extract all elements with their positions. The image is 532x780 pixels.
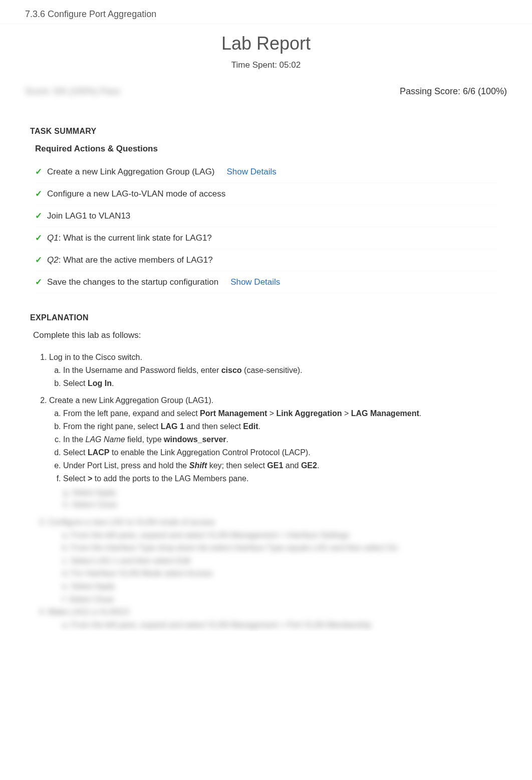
task-summary-heading: TASK SUMMARY: [0, 127, 532, 136]
task-text: Configure a new LAG-to-VLAN mode of acce…: [47, 189, 225, 199]
check-icon: ✓: [35, 211, 42, 221]
task-text: Q2: What are the active members of LAG1?: [47, 255, 213, 265]
task-item: ✓ Create a new Link Aggregation Group (L…: [35, 161, 497, 183]
task-item: ✓ Save the changes to the startup config…: [35, 271, 497, 293]
explanation-heading: EXPLANATION: [30, 313, 502, 322]
check-icon: ✓: [35, 188, 42, 199]
blurred-content: g. Select Apply h. Select Close: [49, 487, 502, 511]
time-spent: Time Spent: 05:02: [0, 60, 532, 70]
task-item: ✓ Join LAG1 to VLAN13: [35, 205, 497, 227]
blurred-remaining: 3. Configure a new LAG to VLAN mode of a…: [30, 516, 502, 631]
required-actions-heading: Required Actions & Questions: [0, 144, 532, 154]
show-details-link[interactable]: Show Details: [230, 277, 280, 287]
passing-score: Passing Score: 6/6 (100%): [400, 86, 507, 97]
step-item: Log in to the Cisco switch. In the Usern…: [49, 351, 502, 389]
sub-item: Select Log In.: [63, 377, 502, 389]
step-item: Create a new Link Aggregation Group (LAG…: [49, 395, 502, 511]
sub-item: From the left pane, expand and select Po…: [63, 408, 502, 420]
sub-item: In the Username and Password fields, ent…: [63, 364, 502, 376]
task-item: ✓ Q1: What is the current link state for…: [35, 227, 497, 249]
check-icon: ✓: [35, 233, 42, 243]
sub-item: From the right pane, select LAG 1 and th…: [63, 421, 502, 433]
report-title: Lab Report: [0, 33, 532, 54]
sub-list: From the left pane, expand and select Po…: [49, 408, 502, 485]
task-item: ✓ Configure a new LAG-to-VLAN mode of ac…: [35, 183, 497, 205]
show-details-link[interactable]: Show Details: [227, 167, 277, 177]
step-list: Log in to the Cisco switch. In the Usern…: [30, 351, 502, 511]
check-icon: ✓: [35, 166, 42, 177]
task-text: Create a new Link Aggregation Group (LAG…: [47, 167, 215, 177]
score-obscured: Score: 6/6 (100%) Pass: [25, 86, 120, 97]
sub-item: Select > to add the ports to the LAG Mem…: [63, 473, 502, 485]
task-item: ✓ Q2: What are the active members of LAG…: [35, 249, 497, 271]
task-text: Save the changes to the startup configur…: [47, 277, 218, 287]
task-list: ✓ Create a new Link Aggregation Group (L…: [0, 161, 532, 293]
sub-item: Under Port List, press and hold the Shif…: [63, 460, 502, 472]
page-header: 7.3.6 Configure Port Aggregation: [0, 0, 532, 24]
score-row: Score: 6/6 (100%) Pass Passing Score: 6/…: [0, 86, 532, 97]
sub-item: Select LACP to enable the Link Aggregati…: [63, 447, 502, 459]
sub-list: In the Username and Password fields, ent…: [49, 364, 502, 389]
explanation-section: EXPLANATION Complete this lab as follows…: [0, 313, 532, 631]
explanation-intro: Complete this lab as follows:: [33, 330, 499, 340]
header-title: 7.3.6 Configure Port Aggregation: [25, 9, 156, 19]
task-text: Join LAG1 to VLAN13: [47, 211, 130, 221]
check-icon: ✓: [35, 277, 42, 287]
sub-item: In the LAG Name field, type windows_serv…: [63, 434, 502, 446]
task-text: Q1: What is the current link state for L…: [47, 233, 212, 243]
check-icon: ✓: [35, 255, 42, 265]
